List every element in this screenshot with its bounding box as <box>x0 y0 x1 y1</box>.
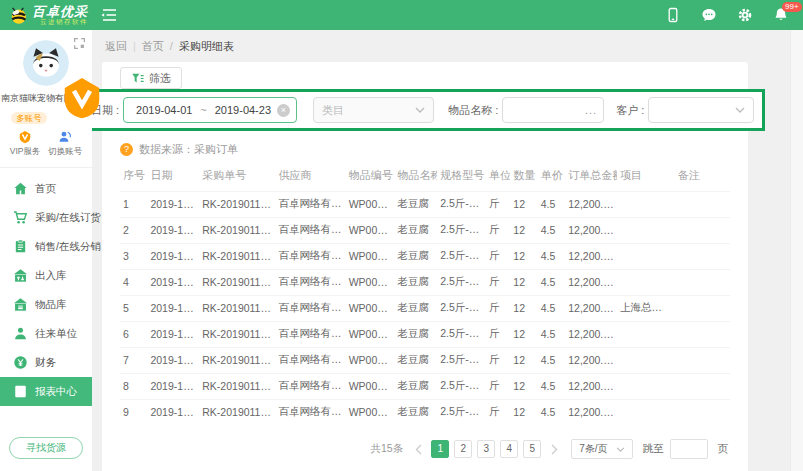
table-cell: 4.5 <box>538 295 565 321</box>
table-cell: 老豆腐 <box>394 217 437 243</box>
table-cell: WP00001 <box>346 191 395 217</box>
table-cell: 2019-10-20 <box>147 243 199 269</box>
table-cell: RK-20190110-0001 <box>199 217 275 243</box>
sidebar-item-label: 财务 <box>35 356 56 370</box>
table-cell: 4.5 <box>538 217 565 243</box>
mobile-app-icon[interactable] <box>665 7 681 23</box>
table-cell: 4 <box>120 269 147 295</box>
page-button-2[interactable]: 2 <box>454 440 472 458</box>
column-header: 数量 <box>510 161 537 191</box>
sidebar-item-7[interactable]: 报表中心 <box>0 377 92 406</box>
page-list: 12345 <box>431 440 541 458</box>
vip-service-button[interactable]: VIP服务 <box>10 130 41 158</box>
table-cell: 12,200.00 <box>565 347 617 373</box>
breadcrumb-pipe: | <box>133 40 136 52</box>
table-cell: RK-20190110-0001 <box>199 269 275 295</box>
jump-page-input[interactable] <box>670 439 708 459</box>
chevron-down-icon <box>415 107 425 113</box>
table-cell: 4.5 <box>538 399 565 425</box>
column-header: 订单总金额 <box>565 161 617 191</box>
table-cell: 12 <box>510 373 537 399</box>
gear-icon[interactable] <box>737 7 753 23</box>
table-cell: RK-20190110-0001 <box>199 399 275 425</box>
category-select[interactable]: 类目 <box>313 97 434 123</box>
sidebar-item-1[interactable]: 采购/在线订货 <box>0 203 92 232</box>
table-cell: 6 <box>120 321 147 347</box>
table-row: 92019-10-20RK-20190110-0001百卓网络有限公司WP000… <box>120 399 730 425</box>
finance-icon <box>13 355 28 370</box>
sidebar-item-5[interactable]: 往来单位 <box>0 319 92 348</box>
table-cell: 斤 <box>486 217 510 243</box>
table-cell: 12,200.00 <box>565 191 617 217</box>
notifications-bell-icon[interactable]: 99+ <box>773 7 789 23</box>
table-cell: WP00001 <box>346 373 395 399</box>
message-chat-icon[interactable] <box>701 7 717 23</box>
avatar[interactable] <box>23 40 69 86</box>
sidebar-item-6[interactable]: 财务 <box>0 348 92 377</box>
toolbar: 筛选 <box>102 62 748 89</box>
page-button-3[interactable]: 3 <box>477 440 495 458</box>
table-cell: 老豆腐 <box>394 295 437 321</box>
clear-date-icon[interactable]: × <box>277 104 290 117</box>
category-placeholder: 类目 <box>322 103 415 118</box>
table-cell: 4.5 <box>538 347 565 373</box>
table-cell: 2.5斤-3斤 <box>437 347 486 373</box>
table-cell: 2019-10-20 <box>147 347 199 373</box>
table-cell: 8 <box>120 373 147 399</box>
item-name-input[interactable] <box>509 104 585 116</box>
filter-button[interactable]: 筛选 <box>120 67 182 89</box>
column-header: 供应商 <box>276 161 346 191</box>
qr-code-icon[interactable] <box>73 36 86 49</box>
table-cell: 9 <box>120 399 147 425</box>
customer-select[interactable] <box>648 97 754 123</box>
chevron-down-icon <box>735 107 745 113</box>
table-cell: RK-20190110-0001 <box>199 373 275 399</box>
table-cell: WP00001 <box>346 243 395 269</box>
column-header: 备注 <box>675 161 730 191</box>
table-cell <box>675 347 730 373</box>
find-goods-button[interactable]: 寻找货源 <box>9 437 83 459</box>
table-row: 12019-10-20RK-20190110-0001百卓网络有限公司WP000… <box>120 191 730 217</box>
sidebar-item-0[interactable]: 首页 <box>0 174 92 203</box>
table-cell <box>675 295 730 321</box>
date-range-tilde: ~ <box>198 104 208 116</box>
page-size-select[interactable]: 7条/页 <box>571 439 632 459</box>
page-button-5[interactable]: 5 <box>523 440 541 458</box>
item-picker-ellipsis-icon[interactable]: ... <box>585 104 597 116</box>
table-row: 42019-10-20RK-20190110-0001百卓网络有限公司WP000… <box>120 269 730 295</box>
table-row: 32019-10-20RK-20190110-0001百卓网络有限公司WP000… <box>120 243 730 269</box>
table-cell: 12 <box>510 243 537 269</box>
date-range-input[interactable]: 2019-04-01 ~ 2019-04-23 × <box>123 97 297 123</box>
prev-page-icon[interactable] <box>411 440 425 458</box>
chevron-down-icon <box>616 447 625 452</box>
help-icon[interactable]: ? <box>120 143 133 156</box>
breadcrumb-home-link[interactable]: 首页 <box>142 39 164 54</box>
table-cell: 2019-10-20 <box>147 295 199 321</box>
table-cell: 百卓网络有限公司 <box>276 295 346 321</box>
logo-subtitle: 云进销存软件 <box>40 19 88 26</box>
table-row: 72019-10-20RK-20190110-0001百卓网络有限公司WP000… <box>120 347 730 373</box>
sidebar-item-4[interactable]: 物品库 <box>0 290 92 319</box>
table-cell: 老豆腐 <box>394 399 437 425</box>
menu-collapse-icon[interactable] <box>100 8 118 22</box>
multi-account-tag: 多账号 <box>11 112 47 124</box>
next-page-icon[interactable] <box>547 440 561 458</box>
app-logo: 百卓优采 云进销存软件 <box>8 5 92 26</box>
sidebar-item-label: 首页 <box>35 182 56 196</box>
sidebar-item-2[interactable]: 销售/在线分销 <box>0 232 92 261</box>
table-cell: 5 <box>120 295 147 321</box>
page-button-1[interactable]: 1 <box>431 440 449 458</box>
switch-account-button[interactable]: 切换账号 <box>48 130 82 158</box>
breadcrumb-back-link[interactable]: 返回 <box>105 39 127 54</box>
table-cell: 百卓网络有限公司 <box>276 217 346 243</box>
page-button-4[interactable]: 4 <box>500 440 518 458</box>
table-cell: 2019-10-20 <box>147 321 199 347</box>
bee-logo-icon <box>8 5 28 25</box>
page-title: 采购明细表 <box>179 39 234 54</box>
scrollbar[interactable] <box>790 30 803 471</box>
item-name-field: ... <box>502 97 604 123</box>
content-card: 筛选 日期 : 2019-04-01 ~ 2019-04-23 × 类目 物品名… <box>102 62 748 471</box>
table-cell: 老豆腐 <box>394 321 437 347</box>
table-cell: 老豆腐 <box>394 373 437 399</box>
sidebar-item-3[interactable]: 出入库 <box>0 261 92 290</box>
